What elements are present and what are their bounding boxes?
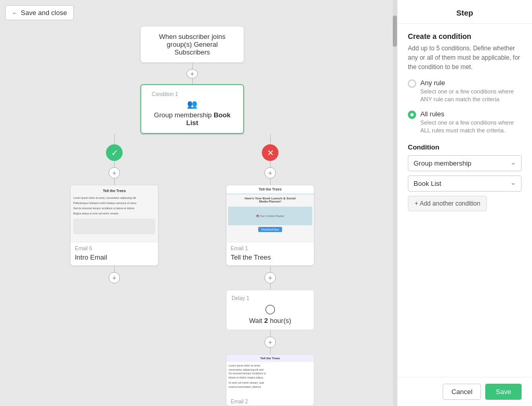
- email-1-label: Email 1: [227, 242, 314, 252]
- x-circle: ✕: [262, 144, 278, 161]
- email-2-preview: Tell the Trees Lorem ipsum dolor sit ame…: [227, 355, 314, 396]
- all-rules-radio[interactable]: [408, 111, 416, 119]
- email-1-title: Tell the Trees: [227, 252, 314, 265]
- condition-dropdown-1[interactable]: Group membership Custom field Email acti…: [408, 155, 522, 171]
- add-step-right-3[interactable]: +: [264, 336, 276, 348]
- arrow-left-icon: ←: [12, 10, 18, 16]
- save-close-button[interactable]: ← Save and close: [5, 5, 74, 20]
- email-card-6-preview: Tell the Trees Lorem ipsum dolor sit ame…: [71, 185, 158, 242]
- any-rule-radio[interactable]: [408, 79, 416, 88]
- save-close-label: Save and close: [21, 9, 67, 17]
- flow-canvas: When subscriber joins group(s) General S…: [0, 0, 384, 406]
- add-step-btn-1[interactable]: +: [187, 69, 198, 78]
- email-6-preview-content: Tell the Trees Lorem ipsum dolor sit ame…: [71, 185, 158, 237]
- add-step-right-2[interactable]: +: [264, 272, 276, 283]
- add-step-left[interactable]: +: [109, 167, 120, 179]
- branch-container: ✓ + Tell the Trees Lorem ipsum dolor sit…: [36, 134, 348, 406]
- email-1-preview-btn: Download Now: [258, 227, 282, 232]
- email-card-2[interactable]: Tell the Trees Lorem ipsum dolor sit ame…: [226, 354, 314, 406]
- scrollbar[interactable]: [393, 0, 397, 406]
- panel-body: Create a condition Add up to 5 condition…: [397, 24, 532, 377]
- all-rules-desc: Select one or a few conditions where ALL…: [420, 119, 522, 135]
- trigger-text: When subscriber joins group(s) General S…: [159, 33, 225, 56]
- cancel-label: Cancel: [451, 388, 472, 396]
- rule-radio-group: Any rule Select one or a few conditions …: [408, 79, 522, 135]
- condition-section-label: Condition: [408, 143, 522, 151]
- all-rules-option[interactable]: All rules Select one or a few conditions…: [408, 110, 522, 135]
- save-button[interactable]: Save: [485, 384, 522, 400]
- email-1-preview-header: Tell the Trees: [227, 185, 314, 194]
- condition-dropdown-1-wrapper[interactable]: Group membership Custom field Email acti…: [408, 155, 522, 171]
- condition-text: Group membership Book List: [152, 111, 233, 127]
- panel-header: Step: [397, 0, 532, 24]
- trigger-node[interactable]: When subscriber joins group(s) General S…: [140, 26, 244, 63]
- top-bar: ← Save and close: [5, 5, 74, 20]
- add-step-right[interactable]: +: [264, 167, 276, 179]
- delay-node[interactable]: Delay 1 ◯ Wait 2 hour(s): [226, 290, 314, 330]
- condition-label: Condition 1: [152, 91, 233, 97]
- any-rule-text: Any rule Select one or a few conditions …: [420, 79, 522, 104]
- group-icon: 👥: [152, 99, 233, 109]
- flow-canvas-area: ← Save and close When subscriber joins g…: [0, 0, 397, 406]
- any-rule-option[interactable]: Any rule Select one or a few conditions …: [408, 79, 522, 104]
- delay-label: Delay 1: [232, 295, 309, 301]
- condition-node[interactable]: Condition 1 👥 Group membership Book List: [140, 84, 244, 134]
- save-label: Save: [496, 388, 511, 396]
- condition-dropdown-2[interactable]: Book List General Subscribers: [408, 175, 522, 192]
- check-circle: ✓: [106, 144, 123, 161]
- all-rules-text: All rules Select one or a few conditions…: [420, 110, 522, 135]
- email-6-title: Intro Email: [71, 252, 158, 265]
- condition-dropdown-2-wrapper[interactable]: Book List General Subscribers: [408, 175, 522, 192]
- right-branch: ✕ + Tell the Trees Here's Your Book Laun…: [192, 134, 348, 406]
- panel-title: Step: [408, 8, 522, 17]
- email-6-label: Email 6: [71, 242, 158, 252]
- create-condition-desc: Add up to 5 conditions. Define whether a…: [408, 44, 522, 72]
- right-panel: Step Create a condition Add up to 5 cond…: [397, 0, 532, 406]
- panel-footer: Cancel Save: [397, 377, 532, 406]
- email-card-6[interactable]: Tell the Trees Lorem ipsum dolor sit ame…: [70, 185, 158, 266]
- all-rules-label: All rules: [420, 110, 522, 118]
- email-card-1-preview: Tell the Trees Here's Your Book Launch &…: [227, 185, 314, 242]
- connector-1: [192, 63, 193, 69]
- left-branch: ✓ + Tell the Trees Lorem ipsum dolor sit…: [36, 134, 192, 283]
- create-condition-heading: Create a condition: [408, 32, 522, 40]
- any-rule-desc: Select one or a few conditions where ANY…: [420, 88, 522, 104]
- add-condition-label: + Add another condition: [415, 200, 480, 207]
- email-card-1[interactable]: Tell the Trees Here's Your Book Launch &…: [226, 185, 314, 266]
- connector-2: [192, 78, 193, 85]
- scroll-thumb[interactable]: [393, 16, 397, 47]
- cancel-button[interactable]: Cancel: [443, 384, 481, 400]
- condition-section: Condition Group membership Custom field …: [408, 143, 522, 211]
- add-condition-button[interactable]: + Add another condition: [408, 196, 487, 211]
- delay-text: Wait 2 hour(s): [232, 317, 309, 324]
- clock-icon: ◯: [232, 303, 309, 315]
- email-2-label: Email 2: [227, 396, 314, 405]
- condition-text-1: Group membership: [154, 111, 211, 119]
- add-step-left-2[interactable]: +: [109, 272, 120, 283]
- any-rule-label: Any rule: [420, 79, 522, 87]
